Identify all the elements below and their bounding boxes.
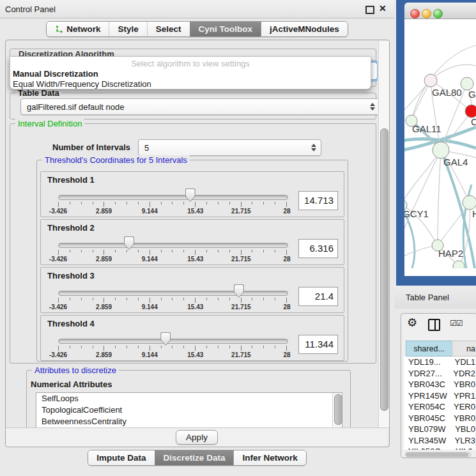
network-canvas[interactable]: GAL80GACGAL11GAL4GCY1HHAP2 xyxy=(404,19,476,268)
panel-scrollbar[interactable] xyxy=(378,41,389,427)
table-row[interactable]: YDR27...YDR2 xyxy=(404,368,475,380)
column-view-icon[interactable] xyxy=(428,319,440,331)
cell-shared-name: YDL19... xyxy=(404,357,452,367)
option-manual-discretization[interactable]: Manual Discretization xyxy=(13,69,98,79)
scrollbar-thumb[interactable] xyxy=(380,128,388,411)
table-row[interactable]: YBR043CYBR0 xyxy=(404,379,475,390)
tab-impute-data[interactable]: Impute Data xyxy=(88,450,154,465)
attributes-list-scrollbar[interactable] xyxy=(332,393,341,427)
table-row[interactable]: YDL19...YDL1 xyxy=(404,357,475,368)
threshold-value-field[interactable]: 11.344 xyxy=(298,335,338,354)
network-branch-icon xyxy=(55,25,63,33)
table-h-scrollbar[interactable] xyxy=(405,452,472,457)
numerical-attributes-list: SelfLoopsTopologicalCoefficientBetweenne… xyxy=(36,392,342,427)
slider-tick-labels: -3.4262.8599.14415.4321.71528 xyxy=(58,351,287,358)
cell-shared-name: YBL079W xyxy=(404,424,452,434)
column-header-name[interactable]: na xyxy=(452,341,476,357)
network-node-label: H xyxy=(472,208,476,219)
minimize-traffic-light-icon[interactable] xyxy=(422,9,431,19)
table-row[interactable]: YPR145WYPR1 xyxy=(404,390,475,402)
tab-infer-network[interactable]: Infer Network xyxy=(233,450,305,465)
gear-icon[interactable]: ⚙ xyxy=(407,316,417,330)
bottom-tab-bar: Impute Data Discretize Data Infer Networ… xyxy=(0,450,394,466)
table-row[interactable]: YIL052CYIL0 xyxy=(404,446,475,450)
select-columns-icons[interactable]: ☑☑ xyxy=(450,319,463,328)
slider-ticks xyxy=(58,298,287,303)
cell-shared-name: YBR043C xyxy=(404,380,451,389)
slider-track[interactable] xyxy=(58,243,288,248)
table-data-combo[interactable]: galFiltered.sif default node xyxy=(20,98,378,115)
threshold-value-field[interactable]: 6.316 xyxy=(298,239,338,258)
tab-jactivemnodules[interactable]: jActiveMNodules xyxy=(261,22,348,36)
slider-track[interactable] xyxy=(58,195,288,200)
algorithm-popup-hint: Select algorithm to view settings xyxy=(10,59,371,68)
attributes-group: Attributes to discretize Numerical Attri… xyxy=(26,370,351,427)
network-node[interactable] xyxy=(463,196,476,210)
tab-style[interactable]: Style xyxy=(109,22,146,36)
tab-select[interactable]: Select xyxy=(147,22,190,36)
attribute-item[interactable]: TopologicalCoefficient xyxy=(36,404,342,416)
threshold-label: Threshold 2 xyxy=(47,223,95,233)
slider-ticks xyxy=(58,202,287,207)
network-node[interactable] xyxy=(424,74,437,87)
table-row[interactable]: YBL079WYBL0 xyxy=(404,424,475,435)
table-panel-titlebar: Table Panel xyxy=(394,286,476,309)
table-row[interactable]: YER054CYER0 xyxy=(404,401,475,413)
top-tab-bar: Network Style Select Cyni Toolbox jActiv… xyxy=(0,21,394,37)
cell-name: YBR0 xyxy=(451,413,475,423)
table-row[interactable]: YBR045CYBR0 xyxy=(404,413,475,424)
tab-network[interactable]: Network xyxy=(47,22,109,36)
slider-track[interactable] xyxy=(58,339,288,344)
table-panel: ⚙ ☑☑ shared... na YDL19...YDL1YDR27...YD… xyxy=(401,313,476,458)
threshold-item: Threshold 2-3.4262.8599.14415.4321.71528… xyxy=(40,219,344,265)
tab-cyni-toolbox[interactable]: Cyni Toolbox xyxy=(190,22,261,36)
slider-tick-labels: -3.4262.8599.14415.4321.71528 xyxy=(58,208,287,215)
slider-tick-labels: -3.4262.8599.14415.4321.71528 xyxy=(58,303,287,311)
scrollbar-thumb[interactable] xyxy=(406,452,468,457)
control-panel-titlebar: Control Panel ✕ xyxy=(0,0,394,19)
column-header-shared[interactable]: shared... xyxy=(406,341,452,357)
interval-definition-label: Interval Definition xyxy=(15,119,84,128)
close-icon[interactable]: ✕ xyxy=(379,3,387,13)
cell-name: YBL0 xyxy=(452,424,475,434)
threshold-item: Threshold 3-3.4262.8599.14415.4321.71528… xyxy=(40,267,344,313)
tab-discretize-data[interactable]: Discretize Data xyxy=(155,450,234,465)
network-node[interactable] xyxy=(453,261,464,268)
apply-button[interactable]: Apply xyxy=(176,430,218,445)
cell-name: YBR0 xyxy=(451,380,475,389)
attributes-group-label: Attributes to discretize xyxy=(32,365,119,375)
network-node[interactable] xyxy=(465,105,476,118)
bottom-tab-group: Impute Data Discretize Data Infer Networ… xyxy=(88,450,306,466)
scrollbar-thumb[interactable] xyxy=(334,394,342,425)
threshold-item: Threshold 1-3.4262.8599.14415.4321.71528… xyxy=(40,171,344,217)
float-window-icon[interactable] xyxy=(365,6,374,14)
cell-name: YER0 xyxy=(451,402,475,411)
slider-ticks xyxy=(58,346,287,351)
table-row[interactable]: YLR345WYLR3 xyxy=(404,435,475,447)
network-node-label: GAL80 xyxy=(432,87,462,98)
cell-name: YDL1 xyxy=(452,357,475,367)
cell-shared-name: YPR145W xyxy=(404,391,451,401)
table-rows: YDL19...YDL1YDR27...YDR2YBR043CYBR0YPR14… xyxy=(404,357,475,450)
network-node-label: GAL4 xyxy=(443,157,468,167)
attribute-item[interactable]: SelfLoops xyxy=(36,393,342,404)
table-data-label: Table Data xyxy=(15,88,62,98)
numerical-attributes-label: Numerical Attributes xyxy=(31,380,112,389)
zoom-traffic-light-icon[interactable] xyxy=(433,9,443,19)
threshold-value-field[interactable]: 21.4 xyxy=(298,287,338,306)
option-equal-width-frequency[interactable]: Equal Width/Frequency Discretization xyxy=(13,79,151,89)
number-of-intervals-combo[interactable]: 5 xyxy=(138,139,321,156)
cell-shared-name: YER054C xyxy=(404,402,451,411)
slider-track[interactable] xyxy=(58,291,288,296)
network-window-titlebar[interactable] xyxy=(404,3,476,19)
network-node-label: GCY1 xyxy=(404,208,429,219)
thresholds-group: Threshold's Coordinates for 5 Intervals … xyxy=(36,160,348,362)
table-panel-title: Table Panel xyxy=(406,293,449,302)
cell-name: YIL0 xyxy=(453,447,473,450)
attribute-item[interactable]: BetweennessCentrality xyxy=(36,416,342,427)
close-traffic-light-icon[interactable] xyxy=(410,9,420,19)
network-node-label: GAL11 xyxy=(412,123,441,134)
slider-ticks xyxy=(58,250,287,255)
network-node[interactable] xyxy=(461,77,473,90)
threshold-value-field[interactable]: 14.713 xyxy=(298,191,338,210)
